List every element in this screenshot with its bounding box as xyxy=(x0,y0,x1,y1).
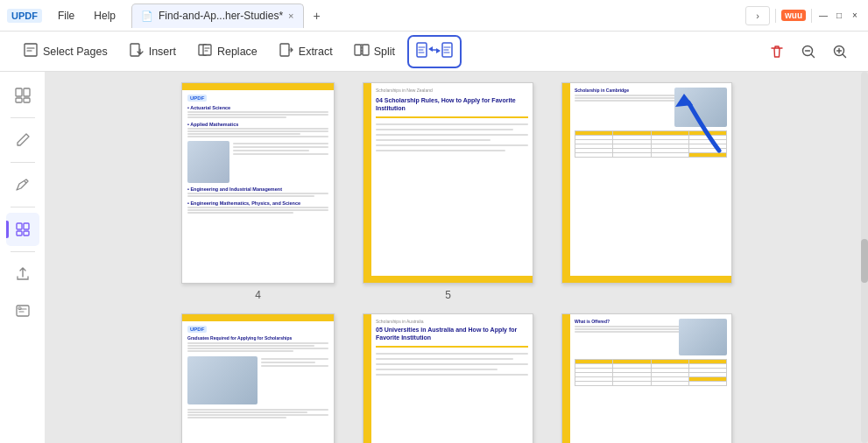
p8-title: 05 Universities in Australia and How to … xyxy=(376,326,528,341)
sidebar-icon-export[interactable] xyxy=(6,257,39,291)
page-thumb-9[interactable]: What is Offered? xyxy=(561,313,732,443)
p5-layout: Scholarships in New Zealand 04 Scholarsh… xyxy=(363,83,533,283)
svg-rect-12 xyxy=(16,88,22,96)
sidebar-icon-forms[interactable] xyxy=(6,294,39,327)
p4-image xyxy=(187,141,229,183)
scrollbar-track[interactable] xyxy=(861,72,868,443)
p5-content: Scholarships in New Zealand 04 Scholarsh… xyxy=(371,83,533,276)
p9-body: What is Offered? xyxy=(562,314,731,443)
select-pages-button[interactable]: Select Pages xyxy=(14,38,116,66)
sidebar-sep-1 xyxy=(11,117,35,118)
replace-label: Replace xyxy=(217,46,258,58)
p9-table xyxy=(575,359,727,386)
p5-body: Scholarships in New Zealand 04 Scholarsh… xyxy=(363,83,533,276)
sidebar-icon-organize[interactable] xyxy=(6,213,39,246)
p5-t2 xyxy=(376,129,513,130)
p7-l6 xyxy=(187,411,307,413)
p4-text-right xyxy=(233,141,328,183)
p8-divider xyxy=(376,346,528,348)
p5-yellow-strip xyxy=(363,83,371,276)
tab-close-button[interactable]: × xyxy=(288,11,293,21)
p6-table-area xyxy=(575,130,727,158)
maximize-button[interactable]: □ xyxy=(833,10,845,22)
p6-r5c1 xyxy=(575,153,613,158)
minimize-button[interactable]: — xyxy=(817,10,829,22)
page-thumb-5[interactable]: Scholarships in New Zealand 04 Scholarsh… xyxy=(363,82,533,284)
p9-r5c4 xyxy=(688,382,726,386)
p9-yellow-strip xyxy=(562,314,570,443)
p8-content: Scholarships in Australia 05 Universitie… xyxy=(371,314,533,443)
delete-button[interactable] xyxy=(763,38,791,66)
sidebar-icon-annotate[interactable] xyxy=(6,168,39,201)
page-item-8: Scholarships in Australia 05 Universitie… xyxy=(363,313,533,443)
svg-rect-14 xyxy=(16,98,22,102)
overflow-button[interactable]: › xyxy=(745,6,770,25)
extract-button[interactable]: Extract xyxy=(270,38,342,66)
toolbar-right xyxy=(763,38,854,66)
p9-r5c2 xyxy=(613,382,651,386)
p8-t2 xyxy=(376,358,513,360)
p7-s3 xyxy=(261,365,328,367)
page4-content: UPDF • Actuarial Science • Applied Mathe… xyxy=(182,90,334,219)
p9-row5 xyxy=(575,382,727,386)
svg-rect-19 xyxy=(24,231,29,236)
p4-line4 xyxy=(187,128,328,130)
page-item-4: UPDF • Actuarial Science • Applied Mathe… xyxy=(181,82,335,305)
page-thumb-8[interactable]: Scholarships in Australia 05 Universitie… xyxy=(363,313,533,443)
updf-logo-p7: UPDF xyxy=(187,326,207,333)
p9-table-area xyxy=(575,359,727,386)
compare-button[interactable] xyxy=(407,35,462,68)
p4-r1 xyxy=(233,143,328,144)
titlebar-separator2 xyxy=(811,9,812,23)
p4-line6 xyxy=(187,133,300,135)
p8-label: Scholarships in Australia xyxy=(376,319,528,324)
insert-button[interactable]: Insert xyxy=(120,38,185,66)
page-number-5: 5 xyxy=(445,289,451,301)
p5-label: Scholarships in New Zealand xyxy=(376,88,528,93)
scrollbar-thumb[interactable] xyxy=(861,239,868,283)
p4-line10 xyxy=(187,207,328,208)
page-item-7: UPDF Graduates Required for Applying for… xyxy=(181,313,335,443)
sidebar-sep-2 xyxy=(11,162,35,163)
window-controls: — □ × xyxy=(817,10,861,22)
sidebar-icon-thumbnails[interactable] xyxy=(6,79,39,112)
p8-t3 xyxy=(376,363,528,365)
p4-r2 xyxy=(233,146,328,148)
extract-icon xyxy=(279,42,294,61)
p4-r4 xyxy=(233,153,328,155)
zoom-in-button[interactable] xyxy=(826,38,854,66)
svg-rect-5 xyxy=(355,45,361,55)
p4-line1 xyxy=(187,111,328,113)
p7-l2 xyxy=(187,345,314,347)
close-button[interactable]: × xyxy=(849,10,861,22)
menu-help[interactable]: Help xyxy=(85,6,124,25)
p4-section4: • Engineering Mathematics, Physics, and … xyxy=(187,200,328,206)
page-thumb-4[interactable]: UPDF • Actuarial Science • Applied Mathe… xyxy=(181,82,335,284)
svg-rect-6 xyxy=(363,45,369,55)
p7-l3 xyxy=(187,348,328,349)
logo-text: UPDF xyxy=(7,9,42,23)
p7-l4 xyxy=(187,350,293,352)
p8-body: Scholarships in Australia 05 Universitie… xyxy=(363,314,533,443)
p4-line12 xyxy=(187,212,293,214)
p4-image-area xyxy=(187,141,328,183)
split-label: Split xyxy=(374,46,395,58)
select-pages-label: Select Pages xyxy=(43,46,108,58)
tab-bar: 📄 Find-and-Ap...her-Studies* × + xyxy=(131,4,745,28)
page-thumb-6[interactable]: Scholarship in Cambridge xyxy=(561,82,732,284)
title-bar: UPDF File Help 📄 Find-and-Ap...her-Studi… xyxy=(0,0,868,32)
add-tab-button[interactable]: + xyxy=(307,6,327,25)
page-item-5: Scholarships in New Zealand 04 Scholarsh… xyxy=(363,82,533,305)
menu-file[interactable]: File xyxy=(49,6,83,25)
p5-divider xyxy=(376,116,528,118)
sidebar-icon-edit[interactable] xyxy=(6,123,39,157)
replace-button[interactable]: Replace xyxy=(188,38,266,66)
p9-r5c3 xyxy=(651,382,688,386)
p7-l7 xyxy=(187,414,328,416)
zoom-out-button[interactable] xyxy=(794,38,822,66)
active-tab[interactable]: 📄 Find-and-Ap...her-Studies* × xyxy=(131,4,304,28)
p7-content: UPDF Graduates Required for Applying for… xyxy=(182,321,334,424)
split-button[interactable]: Split xyxy=(345,38,404,66)
page-thumb-7[interactable]: UPDF Graduates Required for Applying for… xyxy=(181,313,335,443)
toolbar: Select Pages Insert Replace Extract xyxy=(0,32,868,72)
